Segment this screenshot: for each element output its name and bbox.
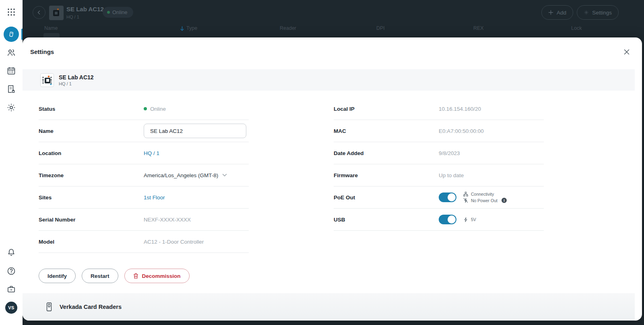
field-row-date-added: Date Added 9/8/2023 (334, 142, 544, 164)
field-row-usb: USB 5V (334, 209, 544, 231)
field-row-mac: MAC E0:A7:00:50:00:00 (334, 120, 544, 142)
device-name-input[interactable] (144, 124, 246, 138)
backdrop-device-location: HQ / 1 (66, 14, 79, 19)
model-value: AC12 - 1-Door Controller (144, 239, 204, 245)
chevron-down-icon (222, 174, 227, 177)
card-readers-title: Verkada Card Readers (60, 304, 122, 310)
poe-out-toggle[interactable] (439, 193, 456, 202)
plus-icon (548, 10, 553, 15)
field-row-status: Status Online (39, 98, 249, 120)
reports-icon[interactable] (6, 84, 16, 94)
no-power-icon (463, 198, 468, 203)
field-row-name: Name (39, 120, 249, 142)
status-badge: Online (103, 7, 133, 18)
people-icon[interactable] (6, 48, 16, 58)
info-icon[interactable]: ! (502, 198, 507, 203)
device-name: SE Lab AC12 (59, 74, 94, 81)
column-header-dpi[interactable]: DPI (376, 25, 385, 31)
close-icon[interactable] (623, 48, 631, 56)
modal-title: Settings (30, 48, 54, 55)
usb-voltage-text: 5V (471, 217, 476, 222)
field-row-model: Model AC12 - 1-Door Controller (39, 231, 249, 253)
card-reader-icon (45, 302, 53, 312)
mac-value: E0:A7:00:50:00:00 (439, 128, 484, 134)
field-row-location: Location HQ / 1 (39, 142, 249, 164)
access-card-icon (7, 30, 15, 38)
card-readers-section[interactable]: Verkada Card Readers (23, 293, 635, 321)
column-header-type[interactable]: Type (186, 25, 197, 31)
usb-toggle[interactable] (439, 215, 456, 224)
calendar-icon[interactable] (6, 66, 16, 76)
app-sidebar: VS (0, 0, 23, 325)
column-header-lock[interactable]: Lock (571, 25, 582, 31)
bolt-icon (463, 217, 468, 222)
local-ip-value: 10.16.154.160/20 (439, 106, 481, 112)
add-button[interactable]: Add (541, 5, 573, 20)
connectivity-icon (463, 192, 468, 197)
restart-button[interactable]: Restart (82, 269, 118, 283)
field-row-local-ip: Local IP 10.16.154.160/20 (334, 98, 544, 120)
identify-button[interactable]: Identify (39, 269, 76, 283)
table-row (43, 33, 60, 37)
chevron-left-icon (37, 10, 41, 15)
status-value: Online (150, 106, 166, 112)
column-header-name[interactable]: Name (44, 25, 58, 31)
settings-button[interactable]: Settings (577, 5, 619, 20)
settings-modal: Settings SE Lab AC12 HQ / 1 Status Onlin… (23, 37, 642, 321)
backdrop-device-title: SE Lab AC12 (66, 6, 104, 12)
active-indicator (21, 29, 23, 40)
device-header: SE Lab AC12 HQ / 1 (23, 69, 635, 91)
device-actions: Identify Restart Decommission (39, 269, 190, 283)
column-header-reader[interactable]: Reader (280, 25, 296, 31)
help-icon[interactable] (6, 266, 16, 276)
poe-connectivity-text: Connectivity (471, 192, 494, 197)
decommission-button[interactable]: Decommission (124, 269, 190, 283)
device-image (40, 73, 54, 87)
back-button[interactable] (33, 6, 45, 19)
field-row-timezone: Timezone America/Los_Angeles (GMT-8) (39, 164, 249, 186)
device-thumbnail-dim (49, 6, 64, 20)
fields-left-column: Status Online Name Location HQ / 1 Timez… (39, 98, 249, 253)
sort-descending-icon (180, 26, 184, 31)
toolbox-icon[interactable] (6, 284, 16, 294)
gear-icon[interactable] (6, 103, 16, 112)
date-added-value: 9/8/2023 (439, 150, 460, 156)
timezone-dropdown[interactable]: America/Los_Angeles (GMT-8) (144, 172, 227, 178)
field-row-sites: Sites 1st Floor (39, 186, 249, 209)
serial-value: NEXF-XXXX-XXXX (144, 217, 191, 223)
user-avatar[interactable]: VS (5, 302, 17, 314)
field-row-poe-out: PoE Out Connectivity No Power Out (334, 186, 544, 209)
firmware-value: Up to date (439, 172, 464, 178)
field-row-serial: Serial Number NEXF-XXXX-XXXX (39, 209, 249, 231)
sidebar-item-access-control[interactable] (4, 27, 19, 42)
notifications-bell-icon[interactable] (6, 248, 16, 257)
device-location: HQ / 1 (59, 81, 94, 86)
online-dot (144, 107, 147, 110)
gear-icon (584, 9, 589, 16)
field-row-firmware: Firmware Up to date (334, 164, 544, 186)
location-link[interactable]: HQ / 1 (144, 150, 159, 156)
fields-right-column: Local IP 10.16.154.160/20 MAC E0:A7:00:5… (334, 98, 544, 231)
column-header-rex[interactable]: REX (473, 25, 484, 31)
poe-no-power-text: No Power Out (471, 198, 497, 203)
trash-icon (133, 273, 138, 279)
online-dot (107, 11, 110, 14)
sites-link[interactable]: 1st Floor (144, 195, 165, 201)
apps-grid-icon[interactable] (7, 8, 16, 17)
